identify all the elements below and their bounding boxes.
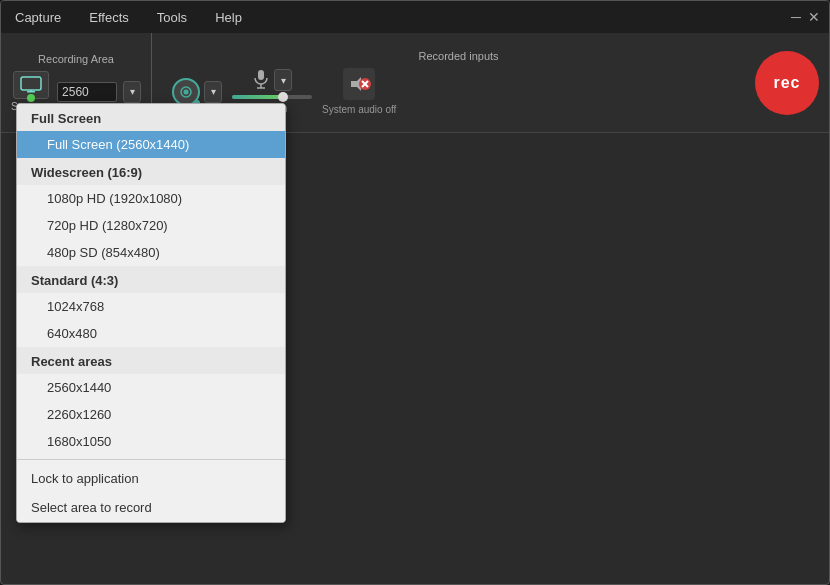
window-controls: ─ ✕ bbox=[789, 10, 821, 24]
svg-rect-5 bbox=[258, 70, 264, 80]
mic-volume-slider[interactable] bbox=[232, 95, 312, 99]
dropdown-item-recent-1680[interactable]: 1680x1050 bbox=[17, 428, 285, 455]
dropdown-action-lock[interactable]: Lock to application bbox=[17, 464, 285, 493]
dropdown-item-720p[interactable]: 720p HD (1280x720) bbox=[17, 212, 285, 239]
system-audio-button[interactable] bbox=[343, 68, 375, 100]
webcam-dropdown-button[interactable]: ▾ bbox=[204, 81, 222, 103]
active-indicator bbox=[27, 94, 35, 102]
svg-rect-1 bbox=[27, 91, 35, 93]
mic-volume-thumb[interactable] bbox=[278, 92, 288, 102]
resolution-input-wrap bbox=[57, 82, 117, 102]
dropdown-separator bbox=[17, 459, 285, 460]
microphone-icon bbox=[252, 69, 270, 91]
close-button[interactable]: ✕ bbox=[807, 10, 821, 24]
dropdown-item-recent-2560[interactable]: 2560x1440 bbox=[17, 374, 285, 401]
dropdown-section-widescreen: Widescreen (16:9) bbox=[17, 158, 285, 185]
title-bar: Capture Effects Tools Help ─ ✕ bbox=[1, 1, 829, 33]
system-audio-icon bbox=[347, 72, 371, 96]
dropdown-item-1080p[interactable]: 1080p HD (1920x1080) bbox=[17, 185, 285, 212]
resolution-dropdown-menu: Full Screen Full Screen (2560x1440) Wide… bbox=[16, 103, 286, 523]
recording-area-label: Recording Area bbox=[38, 53, 114, 65]
system-audio-label: System audio off bbox=[322, 104, 396, 115]
resolution-dropdown-button[interactable]: ▾ bbox=[123, 81, 141, 103]
mic-volume-fill bbox=[232, 95, 280, 99]
svg-point-4 bbox=[184, 89, 189, 94]
svg-rect-9 bbox=[351, 81, 353, 87]
svg-rect-0 bbox=[21, 77, 41, 90]
menu-effects[interactable]: Effects bbox=[83, 6, 135, 29]
webcam-button[interactable] bbox=[172, 78, 200, 106]
mic-icon-wrap: ▾ bbox=[252, 69, 292, 91]
recorded-inputs-label: Recorded inputs bbox=[172, 50, 745, 62]
minimize-button[interactable]: ─ bbox=[789, 10, 803, 24]
app-window: Capture Effects Tools Help ─ ✕ Recording… bbox=[0, 0, 830, 585]
webcam-input-group: ▾ bbox=[172, 78, 222, 106]
dropdown-section-recent: Recent areas bbox=[17, 347, 285, 374]
dropdown-item-recent-2260[interactable]: 2260x1260 bbox=[17, 401, 285, 428]
dropdown-item-1024x768[interactable]: 1024x768 bbox=[17, 293, 285, 320]
mic-dropdown-button[interactable]: ▾ bbox=[274, 69, 292, 91]
dropdown-section-fullscreen: Full Screen bbox=[17, 104, 285, 131]
dropdown-item-fullscreen-2560[interactable]: Full Screen (2560x1440) bbox=[17, 131, 285, 158]
webcam-icon-wrap: ▾ bbox=[172, 78, 222, 106]
resolution-input[interactable] bbox=[57, 82, 117, 102]
menu-bar: Capture Effects Tools Help bbox=[9, 6, 248, 29]
system-audio-group: System audio off bbox=[322, 68, 396, 115]
screen-icon bbox=[13, 71, 49, 99]
menu-help[interactable]: Help bbox=[209, 6, 248, 29]
menu-tools[interactable]: Tools bbox=[151, 6, 193, 29]
dropdown-section-standard: Standard (4:3) bbox=[17, 266, 285, 293]
menu-capture[interactable]: Capture bbox=[9, 6, 67, 29]
mic-volume-bar bbox=[232, 95, 312, 99]
dropdown-action-select-area[interactable]: Select area to record bbox=[17, 493, 285, 522]
record-button[interactable]: rec bbox=[755, 51, 819, 115]
dropdown-item-480p[interactable]: 480p SD (854x480) bbox=[17, 239, 285, 266]
dropdown-item-640x480[interactable]: 640x480 bbox=[17, 320, 285, 347]
